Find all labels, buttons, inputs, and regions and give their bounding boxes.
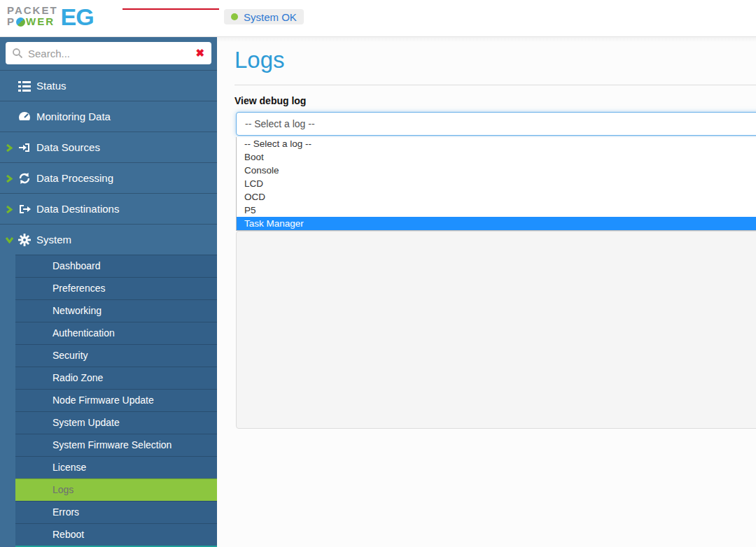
chevron-right-icon: [6, 144, 13, 152]
log-select-dropdown: -- Select a log -- Boot Console LCD OCD …: [236, 137, 756, 231]
submenu-item-license[interactable]: License: [15, 456, 217, 478]
logo-product: EG: [61, 5, 94, 29]
submenu-item-authentication[interactable]: Authentication: [15, 322, 217, 344]
sidebar-item-data-processing[interactable]: Data Processing: [0, 162, 217, 193]
sidebar-item-data-sources[interactable]: Data Sources: [0, 132, 217, 162]
logo-line2-p: P: [7, 16, 15, 27]
red-underline: [122, 8, 219, 10]
search-input[interactable]: [6, 42, 211, 64]
app-window: PACKET P WER EG System OK ✖: [0, 0, 756, 547]
chevron-down-icon: [6, 236, 13, 243]
log-content-panel: [236, 231, 756, 429]
submenu-item-preferences[interactable]: Preferences: [15, 277, 217, 299]
submenu-item-system-update[interactable]: System Update: [15, 411, 217, 434]
logo-line2-wer: WER: [26, 16, 55, 27]
dropdown-option-p5[interactable]: P5: [237, 204, 756, 217]
page-title: Logs: [234, 47, 285, 73]
sidebar-search: ✖: [6, 42, 211, 64]
submenu-item-radio-zone[interactable]: Radio Zone: [15, 367, 217, 389]
logo-swirl-icon: [16, 17, 25, 27]
dropdown-option-lcd[interactable]: LCD: [237, 177, 756, 190]
header: PACKET P WER EG System OK: [0, 0, 756, 37]
dropdown-option-ocd[interactable]: OCD: [237, 190, 756, 204]
status-badge-label: System OK: [244, 11, 297, 23]
main-content: Logs View debug log -- Select a log -- -…: [217, 37, 756, 547]
sidebar-item-data-destinations[interactable]: Data Destinations: [0, 193, 217, 224]
system-submenu: Dashboard Preferences Networking Authent…: [15, 255, 217, 546]
submenu-item-node-firmware-update[interactable]: Node Firmware Update: [15, 389, 217, 411]
sidebar-item-monitoring-data[interactable]: Monitoring Data: [0, 101, 217, 132]
search-icon: [12, 48, 23, 59]
gear-icon: [18, 234, 31, 246]
dropdown-option-placeholder[interactable]: -- Select a log --: [237, 137, 756, 150]
status-badge[interactable]: System OK: [224, 9, 304, 24]
sidebar-item-status[interactable]: Status: [0, 70, 217, 101]
dropdown-option-boot[interactable]: Boot: [237, 150, 756, 164]
submenu-item-logs[interactable]: Logs: [15, 478, 217, 501]
submenu-item-system-firmware-selection[interactable]: System Firmware Selection: [15, 434, 217, 456]
submenu-item-dashboard[interactable]: Dashboard: [15, 255, 217, 277]
status-ok-dot-icon: [231, 13, 238, 20]
log-select[interactable]: -- Select a log --: [236, 112, 756, 136]
sidebar-item-label: Data Sources: [36, 141, 100, 153]
search-clear-icon[interactable]: ✖: [195, 47, 204, 59]
sidebar-item-label: System: [36, 234, 71, 246]
logo-line1: PACKET: [7, 5, 58, 16]
gauge-icon: [18, 111, 31, 123]
sidebar-item-label: Status: [36, 80, 66, 92]
list-icon: [18, 80, 31, 92]
view-debug-log-label: View debug log: [234, 95, 306, 106]
sign-out-icon: [18, 203, 31, 215]
chevron-right-icon: [6, 175, 13, 183]
packet-power-logo: PACKET P WER EG: [7, 5, 94, 29]
sign-in-icon: [18, 141, 31, 154]
sidebar-item-system[interactable]: System: [0, 224, 217, 255]
submenu-item-security[interactable]: Security: [15, 344, 217, 367]
sidebar: ✖ Status Monitoring Data: [0, 37, 217, 547]
submenu-item-errors[interactable]: Errors: [15, 501, 217, 523]
logo-line2: P WER: [7, 16, 58, 27]
submenu-item-reboot[interactable]: Reboot: [15, 523, 217, 546]
submenu-item-networking[interactable]: Networking: [15, 299, 217, 322]
title-divider: [234, 85, 756, 85]
dropdown-option-task-manager[interactable]: Task Manager: [237, 217, 756, 230]
chevron-right-icon: [6, 206, 13, 213]
refresh-icon: [18, 172, 31, 185]
logo-text: PACKET P WER: [7, 5, 58, 27]
sidebar-item-label: Data Processing: [36, 172, 113, 184]
sidebar-item-label: Monitoring Data: [36, 111, 111, 122]
sidebar-item-label: Data Destinations: [36, 203, 119, 215]
dropdown-option-console[interactable]: Console: [237, 164, 756, 177]
